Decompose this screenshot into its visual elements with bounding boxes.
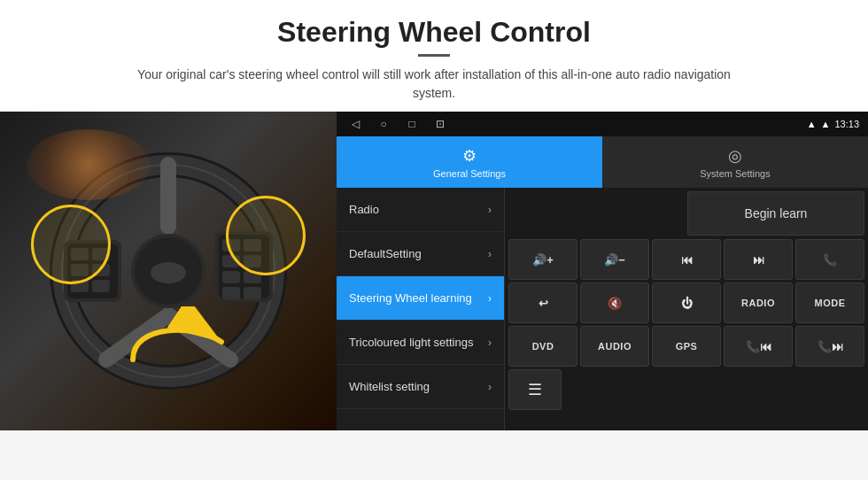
menu-nav-btn[interactable]: ⊡ (430, 114, 450, 134)
menu-default-label: DefaultSetting (349, 247, 422, 260)
next-icon: ⏭ (753, 253, 764, 267)
tab-system[interactable]: ◎ System Settings (602, 136, 868, 188)
prev-track-button[interactable]: ⏮ (652, 239, 721, 280)
phone-icon: 📞 (823, 253, 837, 267)
volume-down-icon: 🔊− (604, 253, 625, 267)
tab-system-label: System Settings (700, 168, 770, 179)
dvd-label: DVD (532, 341, 554, 352)
wheel-bg (0, 112, 337, 430)
menu-steering-label: Steering Wheel learning (349, 291, 472, 305)
menu-item-whitelist[interactable]: Whitelist setting › (337, 365, 504, 409)
svg-rect-26 (244, 287, 261, 299)
chevron-icon: › (488, 381, 492, 393)
audio-label: AUDIO (598, 341, 632, 352)
mode-label: MODE (815, 298, 846, 308)
gps-label: GPS (676, 341, 698, 352)
svg-rect-16 (92, 280, 110, 292)
mute-button[interactable]: 🔇 (580, 283, 649, 323)
audio-button[interactable]: AUDIO (580, 326, 649, 367)
clock: 13:13 (834, 119, 859, 129)
menu-icon-button[interactable]: ☰ (508, 369, 562, 410)
chevron-icon: › (488, 292, 492, 305)
phone-next-icon: 📞⏭ (818, 340, 843, 353)
menu-item-radio[interactable]: Radio › (337, 188, 504, 232)
power-button[interactable]: ⏻ (652, 283, 721, 323)
next-track-button[interactable]: ⏭ (724, 239, 793, 280)
phone-prev-button[interactable]: 📞⏮ (724, 326, 793, 367)
mute-icon: 🔇 (608, 297, 622, 310)
signal-icon: ▲ (807, 119, 817, 129)
dashboard-glow (27, 129, 151, 200)
spacer (508, 191, 684, 236)
content-row: ◁ ○ □ ⊡ ▲ ▲ 13:13 ⚙ General Settings ◎ S… (0, 112, 868, 430)
end-call-button[interactable]: ↩ (508, 283, 577, 323)
prev-icon: ⏮ (681, 253, 693, 267)
phone-next-button[interactable]: 📞⏭ (795, 326, 864, 367)
chevron-icon: › (488, 337, 492, 349)
status-bar: ◁ ○ □ ⊡ ▲ ▲ 13:13 (337, 112, 868, 136)
bottom-row: ☰ (508, 369, 864, 410)
menu-item-steering[interactable]: Steering Wheel learning › (337, 276, 504, 321)
phone-prev-icon: 📞⏮ (746, 340, 771, 353)
arrow-container (124, 306, 230, 377)
home-nav-btn[interactable]: ○ (374, 114, 393, 134)
page-subtitle: Your original car's steering wheel contr… (124, 66, 744, 103)
begin-learn-button[interactable]: Begin learn (687, 191, 864, 236)
volume-down-button[interactable]: 🔊− (580, 239, 649, 280)
general-settings-icon: ⚙ (462, 146, 477, 166)
menu-tricoloured-label: Tricoloured light settings (349, 336, 473, 349)
back-nav-btn[interactable]: ◁ (345, 114, 365, 134)
control-grid-row2: ↩ 🔇 ⏻ RADIO MODE (508, 283, 864, 323)
header-section: Steering Wheel Control Your original car… (0, 0, 868, 112)
svg-point-8 (151, 262, 186, 283)
page-title: Steering Wheel Control (18, 16, 850, 49)
menu-item-default[interactable]: DefaultSetting › (337, 232, 504, 276)
radio-button[interactable]: RADIO (724, 283, 793, 323)
begin-learn-row: Begin learn (508, 191, 864, 236)
menu-whitelist-label: Whitelist setting (349, 380, 430, 393)
power-icon: ⏻ (681, 297, 693, 310)
menu-item-tricoloured[interactable]: Tricoloured light settings › (337, 321, 504, 365)
svg-rect-25 (222, 287, 240, 299)
tab-general-label: General Settings (433, 168, 506, 179)
control-grid-row1: 🔊+ 🔊− ⏮ ⏭ 📞 (508, 239, 864, 280)
mode-button[interactable]: MODE (795, 283, 864, 323)
arrow-svg (124, 306, 230, 377)
system-settings-icon: ◎ (728, 146, 742, 166)
gps-button[interactable]: GPS (652, 326, 721, 367)
android-panel: ◁ ○ □ ⊡ ▲ ▲ 13:13 ⚙ General Settings ◎ S… (337, 112, 868, 430)
highlight-left (31, 205, 111, 284)
recents-nav-btn[interactable]: □ (402, 114, 422, 134)
tab-general[interactable]: ⚙ General Settings (337, 136, 602, 188)
chevron-icon: › (488, 248, 492, 260)
control-grid-row3: DVD AUDIO GPS 📞⏮ 📞⏭ (508, 326, 864, 367)
settings-menu: Radio › DefaultSetting › Steering Wheel … (337, 188, 505, 430)
tab-bar: ⚙ General Settings ◎ System Settings (337, 136, 868, 188)
volume-up-icon: 🔊+ (532, 253, 554, 267)
chevron-icon: › (488, 204, 492, 216)
phone-button[interactable]: 📞 (795, 239, 864, 280)
nav-buttons: ◁ ○ □ ⊡ (345, 114, 450, 134)
controls-area: Begin learn 🔊+ 🔊− ⏮ ⏭ (505, 188, 868, 430)
steering-wheel-image (0, 112, 337, 430)
wifi-icon: ▲ (821, 119, 831, 129)
title-divider (418, 54, 450, 57)
end-call-icon: ↩ (539, 297, 548, 310)
volume-up-button[interactable]: 🔊+ (508, 239, 577, 280)
highlight-right (226, 196, 306, 275)
radio-label: RADIO (741, 298, 775, 308)
svg-rect-23 (222, 271, 240, 283)
hamburger-icon: ☰ (528, 380, 542, 399)
menu-controls-area: Radio › DefaultSetting › Steering Wheel … (337, 188, 868, 430)
status-indicators: ▲ ▲ 13:13 (807, 119, 859, 129)
dvd-button[interactable]: DVD (508, 326, 577, 367)
menu-radio-label: Radio (349, 203, 379, 216)
